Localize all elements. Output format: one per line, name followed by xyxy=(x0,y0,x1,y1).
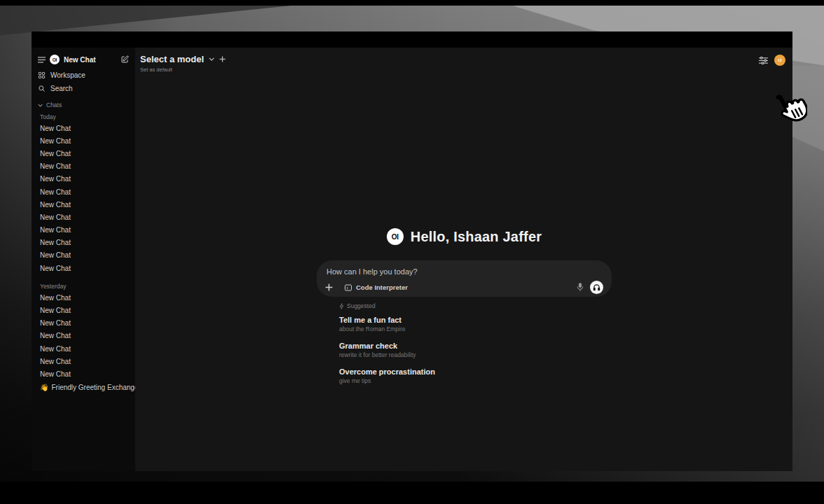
controls-sliders-icon[interactable] xyxy=(759,57,768,64)
model-selector[interactable]: Select a model xyxy=(140,54,226,64)
bolt-icon xyxy=(339,303,344,309)
chat-list-item[interactable]: New Chat xyxy=(32,198,135,211)
app-logo: OI xyxy=(50,55,60,64)
chat-list-item[interactable]: New Chat xyxy=(32,355,135,368)
search-icon xyxy=(38,85,46,92)
suggested-prompts: Tell me a fun fact about the Roman Empir… xyxy=(339,316,612,384)
prompt-title: Grammar check xyxy=(339,342,612,350)
prompt-title: Tell me a fun fact xyxy=(339,316,612,324)
prompt-title: Overcome procrastination xyxy=(339,368,612,376)
code-interpreter-icon xyxy=(344,284,352,292)
chat-list-item[interactable]: New Chat xyxy=(32,122,135,134)
chat-list-item[interactable]: New Chat xyxy=(32,304,135,316)
suggested-prompt[interactable]: Grammar check rewrite it for better read… xyxy=(339,342,612,358)
headphones-icon xyxy=(593,284,600,291)
sidebar-item-workspace[interactable]: Workspace xyxy=(32,69,135,82)
code-interpreter-label: Code Interpreter xyxy=(356,284,408,291)
new-chat-icon[interactable] xyxy=(121,55,129,64)
chat-list-item[interactable]: New Chat xyxy=(32,330,135,342)
main-panel: Select a model Set as default I xyxy=(135,48,792,471)
app-logo: OI xyxy=(387,228,404,245)
search-label: Search xyxy=(50,85,73,92)
chat-list-item[interactable]: New Chat xyxy=(32,317,135,330)
chat-list-item[interactable]: New Chat xyxy=(32,211,135,223)
chat-item-label: Friendly Greeting Exchange xyxy=(51,384,135,391)
sidebar: OI New Chat Workspace Search Chats xyxy=(32,48,135,471)
chat-list-item[interactable]: New Chat xyxy=(32,249,135,262)
greeting: OI Hello, Ishaan Jaffer xyxy=(317,228,612,245)
chat-list-item[interactable]: New Chat xyxy=(32,224,135,237)
sidebar-toggle-icon[interactable] xyxy=(38,57,46,63)
chat-group-label-yesterday: Yesterday xyxy=(32,281,135,291)
message-input[interactable]: How can I help you today? xyxy=(325,267,603,276)
chat-list-yesterday: New Chat New Chat New Chat New Chat New … xyxy=(32,291,135,380)
code-interpreter-toggle[interactable]: Code Interpreter xyxy=(344,284,408,292)
attach-plus-icon[interactable] xyxy=(325,284,333,291)
window-titlebar xyxy=(32,31,792,48)
prompt-subtitle: rewrite it for better readability xyxy=(339,351,612,358)
microphone-icon[interactable] xyxy=(577,283,584,292)
chat-list-item[interactable]: New Chat xyxy=(32,173,135,186)
chat-list-item[interactable]: New Chat xyxy=(32,237,135,249)
chevron-down-icon xyxy=(209,57,214,61)
greeting-text: Hello, Ishaan Jaffer xyxy=(411,229,542,245)
voice-call-button[interactable] xyxy=(590,281,603,294)
sidebar-title: New Chat xyxy=(64,56,116,64)
chat-list-item-friendly-greeting[interactable]: 👋 Friendly Greeting Exchange xyxy=(32,381,135,394)
bottom-black-bar xyxy=(0,482,824,504)
top-black-bar xyxy=(0,0,824,6)
set-as-default-link[interactable]: Set as default xyxy=(140,66,226,73)
wave-emoji: 👋 xyxy=(40,384,48,391)
chat-list-item[interactable]: New Chat xyxy=(32,291,135,304)
model-selector-label: Select a model xyxy=(140,54,204,64)
screenshot-stage: OI New Chat Workspace Search Chats xyxy=(0,0,824,504)
suggested-label: Suggested xyxy=(347,302,376,309)
suggested-prompt[interactable]: Tell me a fun fact about the Roman Empir… xyxy=(339,316,612,332)
suggested-prompt[interactable]: Overcome procrastination give me tips xyxy=(339,368,612,384)
chat-list-today: New Chat New Chat New Chat New Chat New … xyxy=(32,122,135,274)
chats-section-label: Chats xyxy=(46,102,62,108)
workspace-grid-icon xyxy=(38,71,46,79)
chat-list-item[interactable]: New Chat xyxy=(32,186,135,198)
chat-list-item[interactable]: New Chat xyxy=(32,160,135,173)
chat-list-item[interactable]: New Chat xyxy=(32,262,135,274)
suggested-section: Suggested Tell me a fun fact about the R… xyxy=(317,302,612,384)
chat-list-item[interactable]: New Chat xyxy=(32,342,135,355)
chevron-down-icon xyxy=(38,104,43,107)
chat-list-item[interactable]: New Chat xyxy=(32,368,135,380)
chat-list-item[interactable]: New Chat xyxy=(32,134,135,147)
workspace-label: Workspace xyxy=(50,71,85,79)
app-window: OI New Chat Workspace Search Chats xyxy=(32,31,792,471)
chat-group-label-today: Today xyxy=(32,111,135,122)
prompt-subtitle: give me tips xyxy=(339,377,612,384)
user-avatar[interactable]: IJ xyxy=(774,55,785,66)
add-model-icon[interactable] xyxy=(219,56,226,62)
chats-section-toggle[interactable]: Chats xyxy=(32,99,135,111)
prompt-subtitle: about the Roman Empire xyxy=(339,326,612,332)
message-input-card[interactable]: How can I help you today? Code Interpret… xyxy=(317,260,612,297)
chat-list-item[interactable]: New Chat xyxy=(32,147,135,160)
sidebar-item-search[interactable]: Search xyxy=(32,82,135,95)
